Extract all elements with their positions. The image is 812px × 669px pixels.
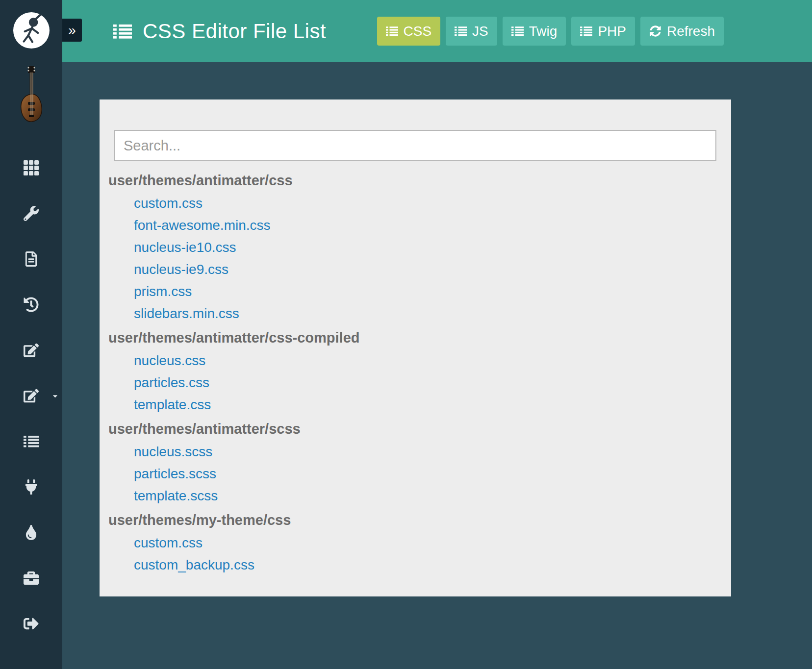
sidebar-item-configuration[interactable] xyxy=(0,191,62,236)
file-group-heading: user/themes/antimatter/css-compiled xyxy=(108,324,716,349)
file-link[interactable]: prism.css xyxy=(134,280,192,302)
main-content: user/themes/antimatter/csscustom.cssfont… xyxy=(62,62,812,669)
briefcase-icon xyxy=(24,570,39,586)
sidebar-item-logout[interactable] xyxy=(0,601,62,646)
list-icon xyxy=(455,25,467,37)
file-icon xyxy=(24,251,39,267)
list-icon xyxy=(24,434,39,449)
sidebar-item-pages[interactable] xyxy=(0,236,62,282)
grid-icon xyxy=(24,160,39,175)
file-link[interactable]: template.css xyxy=(134,394,211,416)
button-label: JS xyxy=(472,25,488,38)
file-link[interactable]: custom.css xyxy=(134,532,203,554)
file-link[interactable]: template.scss xyxy=(134,485,218,507)
list-icon xyxy=(511,25,524,37)
edit-icon xyxy=(24,343,39,358)
guitar-logo-image xyxy=(17,66,46,129)
file-link[interactable]: nucleus-ie10.css xyxy=(134,236,236,258)
file-panel: user/themes/antimatter/csscustom.cssfont… xyxy=(100,99,731,596)
avatar-figure-icon xyxy=(13,12,50,49)
file-link[interactable]: particles.scss xyxy=(134,463,216,485)
sign-out-icon xyxy=(24,616,39,631)
edit-icon xyxy=(24,388,39,403)
button-label: PHP xyxy=(598,25,626,38)
refresh-button[interactable]: Refresh xyxy=(640,17,724,46)
sidebar-item-themes[interactable] xyxy=(0,510,62,555)
plug-icon xyxy=(24,479,39,495)
sidebar-item-css-editor[interactable] xyxy=(0,373,62,419)
filter-twig-button[interactable]: Twig xyxy=(503,17,566,46)
list-icon xyxy=(113,23,132,40)
sidebar-item-file-list[interactable] xyxy=(0,419,62,464)
user-avatar[interactable] xyxy=(13,12,50,49)
sidebar-expand-toggle[interactable]: » xyxy=(62,19,82,42)
list-icon xyxy=(580,25,592,37)
file-link[interactable]: nucleus-ie9.css xyxy=(134,258,228,280)
file-link[interactable]: particles.css xyxy=(134,372,209,394)
bass-guitar-icon xyxy=(17,66,46,129)
file-group-heading: user/themes/antimatter/scss xyxy=(108,416,716,441)
file-group-heading: user/themes/my-theme/css xyxy=(108,507,716,532)
sidebar-nav xyxy=(0,145,62,646)
sidebar-item-plugins[interactable] xyxy=(0,464,62,510)
file-list: user/themes/antimatter/csscustom.cssfont… xyxy=(114,167,716,576)
file-group-heading: user/themes/antimatter/css xyxy=(108,167,716,192)
file-link[interactable]: nucleus.scss xyxy=(134,441,212,463)
sidebar xyxy=(0,0,62,669)
filter-js-button[interactable]: JS xyxy=(446,17,497,46)
file-link[interactable]: custom_backup.css xyxy=(134,554,254,576)
refresh-icon xyxy=(649,25,661,37)
wrench-icon xyxy=(24,206,39,221)
sidebar-item-editor[interactable] xyxy=(0,327,62,373)
file-link[interactable]: font-awesome.min.css xyxy=(134,214,271,236)
filter-php-button[interactable]: PHP xyxy=(571,17,635,46)
droplet-icon xyxy=(24,525,39,540)
sidebar-item-tools[interactable] xyxy=(0,555,62,601)
page-title-text: CSS Editor File List xyxy=(143,20,326,43)
sidebar-item-history[interactable] xyxy=(0,282,62,327)
page-title: CSS Editor File List xyxy=(113,20,326,43)
filter-css-button[interactable]: CSS xyxy=(377,17,441,46)
header: CSS Editor File List CSSJSTwigPHPRefresh xyxy=(62,0,812,62)
button-label: Twig xyxy=(529,25,558,38)
search-input[interactable] xyxy=(114,130,716,161)
file-link[interactable]: slidebars.min.css xyxy=(134,302,239,324)
file-link[interactable]: custom.css xyxy=(134,192,203,214)
button-label: CSS xyxy=(404,25,432,38)
list-icon xyxy=(386,25,398,37)
caret-down-icon xyxy=(51,392,59,399)
history-icon xyxy=(24,297,39,312)
sidebar-item-dashboard[interactable] xyxy=(0,145,62,191)
button-label: Refresh xyxy=(667,25,715,38)
file-link[interactable]: nucleus.css xyxy=(134,349,205,372)
header-buttons: CSSJSTwigPHPRefresh xyxy=(377,17,724,46)
